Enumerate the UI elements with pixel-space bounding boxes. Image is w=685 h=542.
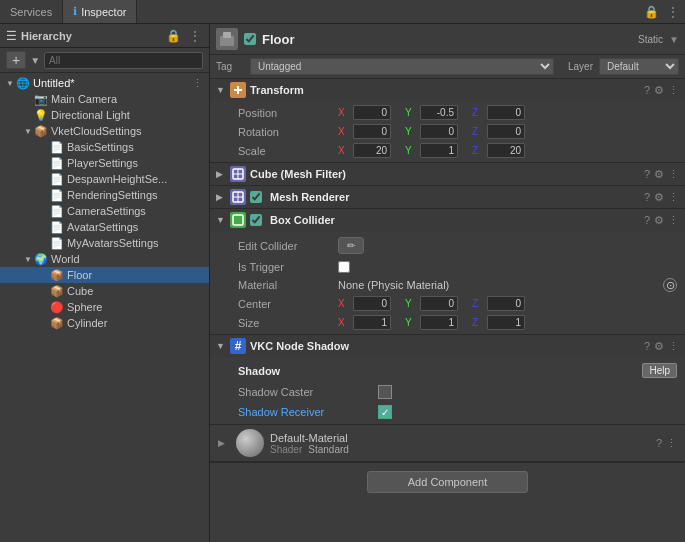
size-x-input[interactable] [353,315,391,330]
transform-header[interactable]: ▼ Transform ? ⚙ ⋮ [210,79,685,101]
pos-y-input[interactable] [420,105,458,120]
default-mat-help-icon[interactable]: ? [656,437,662,449]
box-collider-more-icon[interactable]: ⋮ [668,214,679,227]
tree-item-rendering[interactable]: ▶ 📄 RenderingSettings [0,187,209,203]
tree-item-vket[interactable]: ▼ 📦 VketCloudSettings [0,123,209,139]
tree-item-my-avatars[interactable]: ▶ 📄 MyAvatarsSettings [0,235,209,251]
tree-item-despawn[interactable]: ▶ 📄 DespawnHeightSe... [0,171,209,187]
layer-select[interactable]: Default [599,58,679,75]
tree-item-world[interactable]: ▼ 🌍 World [0,251,209,267]
center-x-label: X [338,298,350,309]
transform-more-icon[interactable]: ⋮ [668,84,679,97]
scale-row: Scale X Y Z [210,141,685,160]
add-component-button[interactable]: Add Component [367,471,529,493]
mesh-filter-header[interactable]: ▶ Cube (Mesh Filter) ? ⚙ ⋮ [210,163,685,185]
hierarchy-lock-icon[interactable]: 🔒 [164,27,183,45]
tab-inspector[interactable]: ℹ Inspector [63,0,137,23]
mesh-renderer-header[interactable]: ▶ Mesh Renderer ? ⚙ ⋮ [210,186,685,208]
mesh-filter-settings-icon[interactable]: ⚙ [654,168,664,181]
mesh-renderer-checkbox[interactable] [250,191,262,203]
tree-item-main-camera[interactable]: ▶ 📷 Main Camera [0,91,209,107]
is-trigger-checkbox[interactable] [338,261,350,273]
player-label: PlayerSettings [67,157,138,169]
tree-item-player-settings[interactable]: ▶ 📄 PlayerSettings [0,155,209,171]
tag-select[interactable]: Untagged [250,58,554,75]
tree-item-avatar[interactable]: ▶ 📄 AvatarSettings [0,219,209,235]
box-collider-body: Edit Collider ✏ Is Trigger Material None… [210,231,685,334]
inspector-icon: ℹ [73,5,77,18]
vkc-more-icon[interactable]: ⋮ [668,340,679,353]
material-row: Material None (Physic Material) ⊙ [210,276,685,294]
scale-x-input[interactable] [353,143,391,158]
pos-x-input[interactable] [353,105,391,120]
rot-y-input[interactable] [420,124,458,139]
transform-settings-icon[interactable]: ⚙ [654,84,664,97]
box-collider-help-icon[interactable]: ? [644,214,650,226]
pos-z-input[interactable] [487,105,525,120]
mesh-filter-help-icon[interactable]: ? [644,168,650,180]
tab-services[interactable]: Services [0,0,63,23]
mesh-filter-title: Cube (Mesh Filter) [250,168,640,180]
edit-collider-btn-icon: ✏ [347,240,355,251]
vkc-shadow-header[interactable]: ▼ # VKC Node Shadow ? ⚙ ⋮ [210,335,685,357]
shadow-caster-checkbox[interactable] [378,385,392,399]
mesh-renderer-more-icon[interactable]: ⋮ [668,191,679,204]
tree-item-cylinder[interactable]: ▶ 📦 Cylinder [0,315,209,331]
mesh-renderer-help-icon[interactable]: ? [644,191,650,203]
vkc-help-icon[interactable]: ? [644,340,650,352]
box-collider-header[interactable]: ▼ Box Collider ? ⚙ ⋮ [210,209,685,231]
shadow-help-button[interactable]: Help [642,363,677,378]
edit-collider-button[interactable]: ✏ [338,237,364,254]
tree-item-camera-settings[interactable]: ▶ 📄 CameraSettings [0,203,209,219]
hierarchy-menu-icon[interactable]: ⋮ [187,27,203,45]
main-camera-label: Main Camera [51,93,117,105]
lock-icon[interactable]: 🔒 [642,3,661,21]
size-y-input[interactable] [420,315,458,330]
center-z-input[interactable] [487,296,525,311]
vkc-settings-icon[interactable]: ⚙ [654,340,664,353]
center-y-label: Y [405,298,417,309]
untitled-menu[interactable]: ⋮ [192,77,203,90]
tree-item-directional-light[interactable]: ▶ 💡 Directional Light [0,107,209,123]
transform-section: ▼ Transform ? ⚙ ⋮ [210,79,685,163]
mesh-filter-more-icon[interactable]: ⋮ [668,168,679,181]
center-z-label: Z [472,298,484,309]
center-x-input[interactable] [353,296,391,311]
box-collider-settings-icon[interactable]: ⚙ [654,214,664,227]
size-y-label: Y [405,317,417,328]
center-y-input[interactable] [420,296,458,311]
object-active-checkbox[interactable] [244,33,256,45]
rot-z-input[interactable] [487,124,525,139]
tree-item-cube[interactable]: ▶ 📦 Cube [0,283,209,299]
floor-object-icon [218,30,236,48]
inspector-scroll: Static ▼ Tag Untagged Layer Default ▼ [210,24,685,542]
default-mat-arrow-icon[interactable]: ▶ [218,438,230,448]
object-name-input[interactable] [262,32,632,47]
mesh-renderer-settings-icon[interactable]: ⚙ [654,191,664,204]
add-hierarchy-button[interactable]: + [6,51,26,69]
tree-item-untitled[interactable]: ▼ 🌐 Untitled* ⋮ [0,75,209,91]
world-label: World [51,253,80,265]
default-mat-more-icon[interactable]: ⋮ [666,437,677,450]
shadow-caster-row: Shadow Caster [210,382,685,402]
transform-help-icon[interactable]: ? [644,84,650,96]
hierarchy-tree: ▼ 🌐 Untitled* ⋮ ▶ 📷 Main Camera ▶ 💡 Dire… [0,73,209,542]
size-label: Size [238,317,338,329]
tab-right-controls: 🔒 ⋮ [642,0,685,23]
tag-layer-row: Tag Untagged Layer Default [210,55,685,79]
material-picker-button[interactable]: ⊙ [663,278,677,292]
shadow-receiver-label[interactable]: Shadow Receiver [238,406,378,418]
dir-light-icon: 💡 [34,108,48,122]
tree-item-floor[interactable]: ▶ 📦 Floor [0,267,209,283]
size-z-input[interactable] [487,315,525,330]
menu-icon[interactable]: ⋮ [665,3,681,21]
tree-item-sphere[interactable]: ▶ 🔴 Sphere [0,299,209,315]
shadow-receiver-checkbox[interactable]: ✓ [378,405,392,419]
hierarchy-search-input[interactable] [44,52,203,69]
tree-item-basic-settings[interactable]: ▶ 📄 BasicSettings [0,139,209,155]
rot-x-input[interactable] [353,124,391,139]
world-arrow: ▼ [22,255,34,264]
scale-z-input[interactable] [487,143,525,158]
box-collider-checkbox[interactable] [250,214,262,226]
scale-y-input[interactable] [420,143,458,158]
